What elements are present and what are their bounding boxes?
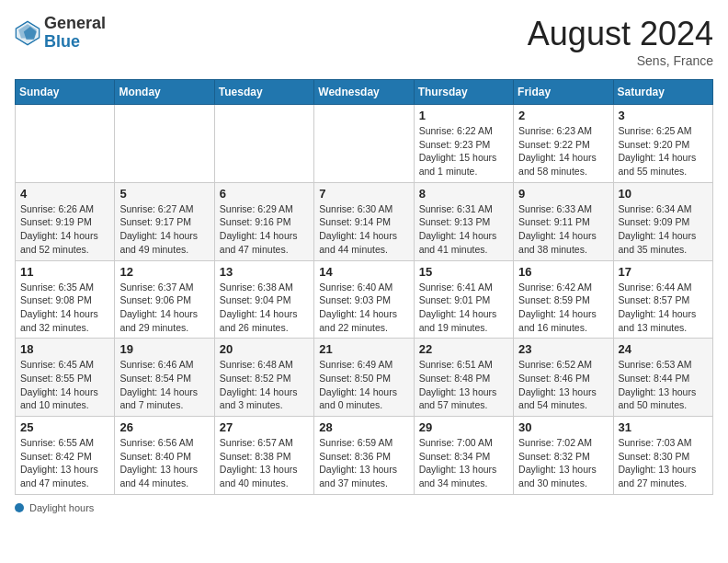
calendar-cell: 29Sunrise: 7:00 AM Sunset: 8:34 PM Dayli…	[414, 417, 513, 495]
day-detail: Sunrise: 6:56 AM Sunset: 8:40 PM Dayligh…	[119, 436, 209, 490]
day-detail: Sunrise: 6:53 AM Sunset: 8:44 PM Dayligh…	[619, 358, 708, 412]
day-of-week-header: Tuesday	[214, 80, 313, 105]
calendar-cell: 26Sunrise: 6:56 AM Sunset: 8:40 PM Dayli…	[115, 417, 214, 495]
day-number: 28	[319, 420, 408, 434]
day-number: 16	[518, 265, 608, 279]
calendar-cell: 25Sunrise: 6:55 AM Sunset: 8:42 PM Dayli…	[16, 417, 115, 495]
day-number: 8	[419, 187, 508, 201]
page-container: General Blue August 2024 Sens, France Su…	[15, 15, 713, 513]
day-detail: Sunrise: 6:48 AM Sunset: 8:52 PM Dayligh…	[220, 358, 309, 412]
location-subtitle: Sens, France	[528, 53, 713, 68]
calendar-cell: 17Sunrise: 6:44 AM Sunset: 8:57 PM Dayli…	[613, 260, 712, 339]
calendar-week-row: 4Sunrise: 6:26 AM Sunset: 9:19 PM Daylig…	[16, 182, 713, 260]
day-number: 11	[20, 265, 109, 279]
day-number: 1	[419, 109, 508, 122]
day-detail: Sunrise: 6:27 AM Sunset: 9:17 PM Dayligh…	[119, 202, 209, 257]
day-detail: Sunrise: 6:22 AM Sunset: 9:23 PM Dayligh…	[419, 124, 508, 178]
calendar-cell: 14Sunrise: 6:40 AM Sunset: 9:03 PM Dayli…	[314, 260, 414, 339]
day-number: 19	[119, 342, 209, 356]
calendar-table: SundayMondayTuesdayWednesdayThursdayFrid…	[15, 79, 713, 495]
calendar-cell	[115, 105, 214, 183]
calendar-cell	[214, 105, 313, 183]
day-number: 7	[319, 187, 408, 201]
day-detail: Sunrise: 6:31 AM Sunset: 9:13 PM Dayligh…	[419, 202, 508, 257]
day-detail: Sunrise: 6:51 AM Sunset: 8:48 PM Dayligh…	[419, 358, 508, 412]
day-detail: Sunrise: 6:40 AM Sunset: 9:03 PM Dayligh…	[319, 281, 408, 335]
calendar-cell: 2Sunrise: 6:23 AM Sunset: 9:22 PM Daylig…	[514, 105, 613, 183]
calendar-cell: 7Sunrise: 6:30 AM Sunset: 9:14 PM Daylig…	[314, 182, 414, 260]
calendar-cell: 18Sunrise: 6:45 AM Sunset: 8:55 PM Dayli…	[16, 339, 115, 417]
calendar-header: SundayMondayTuesdayWednesdayThursdayFrid…	[16, 80, 713, 105]
day-detail: Sunrise: 6:57 AM Sunset: 8:38 PM Dayligh…	[220, 436, 309, 490]
footer-dot-icon	[15, 503, 24, 512]
calendar-cell: 30Sunrise: 7:02 AM Sunset: 8:32 PM Dayli…	[514, 417, 613, 495]
day-detail: Sunrise: 6:52 AM Sunset: 8:46 PM Dayligh…	[518, 358, 608, 412]
day-detail: Sunrise: 6:29 AM Sunset: 9:16 PM Dayligh…	[220, 202, 309, 257]
logo: General Blue	[15, 15, 106, 52]
day-detail: Sunrise: 7:03 AM Sunset: 8:30 PM Dayligh…	[619, 436, 708, 490]
day-number: 3	[619, 109, 708, 122]
calendar-cell: 12Sunrise: 6:37 AM Sunset: 9:06 PM Dayli…	[115, 260, 214, 339]
calendar-cell: 6Sunrise: 6:29 AM Sunset: 9:16 PM Daylig…	[214, 182, 313, 260]
calendar-cell: 1Sunrise: 6:22 AM Sunset: 9:23 PM Daylig…	[414, 105, 513, 183]
day-of-week-header: Thursday	[414, 80, 513, 105]
day-detail: Sunrise: 6:59 AM Sunset: 8:36 PM Dayligh…	[319, 436, 408, 490]
title-block: August 2024 Sens, France	[528, 15, 713, 68]
calendar-week-row: 11Sunrise: 6:35 AM Sunset: 9:08 PM Dayli…	[16, 260, 713, 339]
calendar-body: 1Sunrise: 6:22 AM Sunset: 9:23 PM Daylig…	[16, 105, 713, 495]
calendar-cell: 28Sunrise: 6:59 AM Sunset: 8:36 PM Dayli…	[314, 417, 414, 495]
calendar-cell: 11Sunrise: 6:35 AM Sunset: 9:08 PM Dayli…	[16, 260, 115, 339]
day-detail: Sunrise: 6:23 AM Sunset: 9:22 PM Dayligh…	[518, 124, 608, 178]
day-number: 10	[619, 187, 708, 201]
calendar-cell: 3Sunrise: 6:25 AM Sunset: 9:20 PM Daylig…	[613, 105, 712, 183]
day-detail: Sunrise: 6:41 AM Sunset: 9:01 PM Dayligh…	[419, 281, 508, 335]
day-of-week-header: Monday	[115, 80, 214, 105]
day-number: 27	[220, 420, 309, 434]
day-number: 17	[619, 265, 708, 279]
day-of-week-header: Wednesday	[314, 80, 414, 105]
day-detail: Sunrise: 7:02 AM Sunset: 8:32 PM Dayligh…	[518, 436, 608, 490]
day-number: 22	[419, 342, 508, 356]
calendar-cell: 4Sunrise: 6:26 AM Sunset: 9:19 PM Daylig…	[16, 182, 115, 260]
day-number: 26	[119, 420, 209, 434]
day-number: 9	[518, 187, 608, 201]
calendar-week-row: 25Sunrise: 6:55 AM Sunset: 8:42 PM Dayli…	[16, 417, 713, 495]
day-number: 25	[20, 420, 109, 434]
svg-marker-3	[18, 24, 37, 38]
footer: Daylight hours	[15, 502, 713, 513]
calendar-cell: 10Sunrise: 6:34 AM Sunset: 9:09 PM Dayli…	[613, 182, 712, 260]
calendar-cell: 24Sunrise: 6:53 AM Sunset: 8:44 PM Dayli…	[613, 339, 712, 417]
day-detail: Sunrise: 7:00 AM Sunset: 8:34 PM Dayligh…	[419, 436, 508, 490]
day-of-week-header: Sunday	[16, 80, 115, 105]
calendar-cell: 20Sunrise: 6:48 AM Sunset: 8:52 PM Dayli…	[214, 339, 313, 417]
calendar-cell: 5Sunrise: 6:27 AM Sunset: 9:17 PM Daylig…	[115, 182, 214, 260]
calendar-cell: 21Sunrise: 6:49 AM Sunset: 8:50 PM Dayli…	[314, 339, 414, 417]
day-detail: Sunrise: 6:45 AM Sunset: 8:55 PM Dayligh…	[20, 358, 109, 412]
day-number: 31	[619, 420, 708, 434]
calendar-cell: 9Sunrise: 6:33 AM Sunset: 9:11 PM Daylig…	[514, 182, 613, 260]
day-detail: Sunrise: 6:35 AM Sunset: 9:08 PM Dayligh…	[20, 281, 109, 335]
calendar-week-row: 1Sunrise: 6:22 AM Sunset: 9:23 PM Daylig…	[16, 105, 713, 183]
day-number: 14	[319, 265, 408, 279]
calendar-cell: 31Sunrise: 7:03 AM Sunset: 8:30 PM Dayli…	[613, 417, 712, 495]
day-detail: Sunrise: 6:34 AM Sunset: 9:09 PM Dayligh…	[619, 202, 708, 257]
day-number: 4	[20, 187, 109, 201]
day-number: 20	[220, 342, 309, 356]
day-number: 18	[20, 342, 109, 356]
calendar-cell: 27Sunrise: 6:57 AM Sunset: 8:38 PM Dayli…	[214, 417, 313, 495]
day-detail: Sunrise: 6:55 AM Sunset: 8:42 PM Dayligh…	[20, 436, 109, 490]
calendar-cell: 15Sunrise: 6:41 AM Sunset: 9:01 PM Dayli…	[414, 260, 513, 339]
day-detail: Sunrise: 6:44 AM Sunset: 8:57 PM Dayligh…	[619, 281, 708, 335]
logo-text: General Blue	[44, 15, 106, 52]
day-detail: Sunrise: 6:25 AM Sunset: 9:20 PM Dayligh…	[619, 124, 708, 178]
calendar-cell: 22Sunrise: 6:51 AM Sunset: 8:48 PM Dayli…	[414, 339, 513, 417]
calendar-cell: 16Sunrise: 6:42 AM Sunset: 8:59 PM Dayli…	[514, 260, 613, 339]
day-number: 12	[119, 265, 209, 279]
logo-general: General	[44, 14, 106, 32]
calendar-cell	[314, 105, 414, 183]
day-detail: Sunrise: 6:33 AM Sunset: 9:11 PM Dayligh…	[518, 202, 608, 257]
day-number: 5	[119, 187, 209, 201]
calendar-cell: 23Sunrise: 6:52 AM Sunset: 8:46 PM Dayli…	[514, 339, 613, 417]
calendar-week-row: 18Sunrise: 6:45 AM Sunset: 8:55 PM Dayli…	[16, 339, 713, 417]
day-detail: Sunrise: 6:30 AM Sunset: 9:14 PM Dayligh…	[319, 202, 408, 257]
